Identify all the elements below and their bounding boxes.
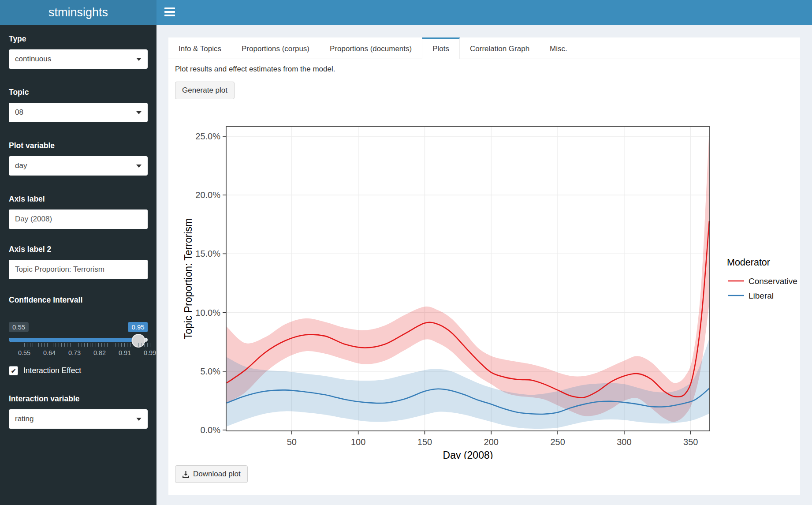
slider-grid: 0.550.640.730.820.910.99 (24, 343, 150, 359)
svg-text:150: 150 (417, 437, 432, 447)
svg-text:200: 200 (484, 437, 499, 447)
type-select[interactable]: continuous (9, 49, 148, 69)
interaction-effect-row[interactable]: Interaction Effect (9, 366, 81, 375)
chevron-down-icon (136, 111, 142, 114)
chevron-down-icon (136, 58, 142, 61)
topic-select[interactable]: 08 (9, 103, 148, 122)
type-field: Type continuous (9, 34, 148, 69)
plot-variable-field: Plot variable day (9, 141, 148, 176)
app-title: stminsights (48, 6, 108, 19)
slider-grid-label: 0.82 (93, 349, 106, 356)
slider-min-label: 0.55 (9, 322, 29, 332)
sidebar-toggle-icon[interactable] (164, 7, 176, 18)
slider-value-label: 0.95 (128, 322, 148, 332)
interaction-variable-label: Interaction variable (9, 394, 148, 404)
axis-label-input[interactable] (9, 209, 148, 229)
slider-grid-label: 0.64 (43, 349, 56, 356)
svg-text:10.0%: 10.0% (195, 308, 220, 318)
svg-text:300: 300 (617, 437, 631, 447)
tab-bar: Info & TopicsProportions (corpus)Proport… (168, 37, 800, 59)
generate-plot-button[interactable]: Generate plot (175, 82, 235, 99)
axis-label-field: Axis label (9, 195, 148, 229)
legend-label-conservative: Conservative (749, 277, 797, 286)
axis-label-label: Axis label (9, 195, 148, 204)
plot-variable-label: Plot variable (9, 141, 148, 150)
axis-label-2-field: Axis label 2 (9, 245, 148, 279)
interaction-effect-label: Interaction Effect (23, 366, 81, 375)
tab-proportions-corpus[interactable]: Proportions (corpus) (231, 37, 320, 59)
chevron-down-icon (136, 418, 142, 421)
download-plot-button[interactable]: Download plot (175, 465, 248, 483)
tab-proportions-documents[interactable]: Proportions (documents) (320, 37, 422, 59)
type-select-value: continuous (15, 55, 51, 64)
svg-text:350: 350 (683, 437, 698, 447)
top-navbar (156, 0, 812, 25)
slider-track-fill (9, 338, 138, 342)
svg-text:50: 50 (287, 437, 297, 447)
slider-grid-label: 0.55 (18, 349, 30, 356)
interaction-variable-select[interactable]: rating (9, 409, 148, 429)
effect-estimates-chart: 501001502002503003500.0%5.0%10.0%15.0%20… (168, 106, 800, 459)
tab-plots[interactable]: Plots (422, 37, 460, 59)
tab-correlation-graph[interactable]: Correlation Graph (460, 37, 540, 59)
plot-variable-select[interactable]: day (9, 156, 148, 176)
plots-panel: Info & TopicsProportions (corpus)Proport… (168, 37, 800, 495)
confidence-interval-field: Confidence Intervall 0.55 0.95 0.550.640… (9, 296, 148, 359)
slider-grid-label: 0.91 (119, 349, 131, 356)
panel-description: Plot results and effect estimates from t… (175, 65, 335, 74)
download-plot-label: Download plot (193, 470, 241, 479)
svg-text:15.0%: 15.0% (195, 249, 220, 258)
svg-text:250: 250 (550, 437, 565, 447)
topic-select-value: 08 (15, 108, 23, 117)
interaction-checkbox[interactable] (9, 366, 18, 375)
y-axis-title: Topic Proportion: Terrorism (183, 218, 194, 339)
interaction-variable-field: Interaction variable rating (9, 394, 148, 429)
topic-label: Topic (9, 88, 148, 97)
svg-text:20.0%: 20.0% (195, 190, 220, 200)
type-label: Type (9, 34, 148, 44)
interaction-variable-select-value: rating (15, 415, 34, 423)
download-icon (182, 471, 190, 478)
generate-plot-label: Generate plot (182, 86, 227, 95)
app-logo[interactable]: stminsights (0, 0, 156, 25)
confidence-interval-slider: 0.55 0.95 0.550.640.730.820.910.99 (9, 310, 148, 359)
legend-title: Moderator (727, 257, 770, 268)
confidence-interval-label: Confidence Intervall (9, 296, 148, 305)
plot-variable-select-value: day (15, 161, 27, 170)
axis-label-2-input[interactable] (9, 260, 148, 279)
slider-grid-label: 0.99 (144, 349, 156, 356)
slider-grid-label: 0.73 (68, 349, 81, 356)
chevron-down-icon (136, 165, 142, 168)
sidebar: Type continuous Topic 08 Plot variable d… (0, 25, 156, 505)
legend-label-liberal: Liberal (749, 291, 774, 300)
tab-misc[interactable]: Misc. (540, 37, 577, 59)
tab-info-topics[interactable]: Info & Topics (168, 37, 231, 59)
svg-text:0.0%: 0.0% (200, 425, 220, 435)
svg-text:100: 100 (351, 437, 365, 447)
topic-field: Topic 08 (9, 88, 148, 122)
x-axis-title: Day (2008) (443, 449, 493, 459)
axis-label-2-label: Axis label 2 (9, 245, 148, 254)
svg-text:5.0%: 5.0% (200, 367, 220, 376)
svg-text:25.0%: 25.0% (195, 131, 220, 141)
